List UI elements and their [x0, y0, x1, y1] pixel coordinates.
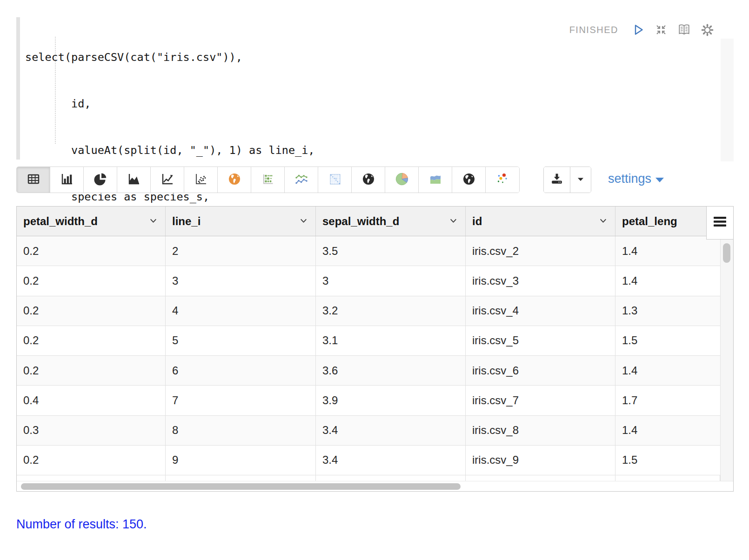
viz-globe-dark-button[interactable]: [352, 167, 385, 193]
viz-bubble-matrix-button[interactable]: [251, 167, 285, 193]
column-header-petal-width-d[interactable]: petal_width_d: [17, 207, 166, 236]
stacked-area-icon: [428, 172, 443, 188]
table-row: 0.233iris.csv_31.4: [17, 266, 733, 296]
chevron-down-icon: [149, 215, 158, 228]
table-cell: 3: [316, 266, 466, 295]
table-cell: 2: [166, 236, 316, 266]
table-cell: 1.4: [615, 356, 720, 385]
column-label: petal_leng: [622, 215, 677, 228]
table-row: 0.253.1iris.csv_51.5: [17, 326, 733, 356]
viz-stacked-area-button[interactable]: [419, 167, 452, 193]
code-line: valueAt(split(id, "_"), 1) as line_i,: [25, 143, 315, 158]
results-count-text: Number of results: 150.: [16, 517, 147, 532]
horizontal-scroll-thumb[interactable]: [21, 483, 461, 490]
table-cell: 0.3: [17, 416, 166, 445]
book-icon[interactable]: [676, 22, 692, 38]
viz-pie-color-button[interactable]: [385, 167, 419, 193]
viz-line-chart-button[interactable]: [151, 167, 184, 193]
globe-dark-icon: [461, 172, 476, 188]
table-cell: iris.csv_8: [466, 416, 615, 445]
table-cell: 3.4: [316, 446, 466, 475]
column-header-id[interactable]: id: [466, 207, 615, 236]
table-cell: 3.9: [316, 386, 466, 415]
table-cell: iris.csv_6: [466, 356, 615, 385]
table-icon: [26, 172, 41, 188]
play-icon[interactable]: [630, 22, 645, 38]
download-options-button[interactable]: [570, 167, 591, 193]
table-cell: 1.4: [615, 416, 720, 445]
table-cell: 1.5: [615, 326, 720, 355]
table-cell: iris.csv_7: [466, 386, 615, 415]
table-cell: 4: [166, 296, 316, 326]
table-cell: 3.5: [316, 236, 466, 266]
table-cell: iris.csv_3: [466, 266, 615, 295]
code-line: select(parseCSV(cat("iris.csv")),: [25, 50, 315, 65]
paragraph-drag-handle[interactable]: [16, 17, 20, 160]
table-horizontal-scrollbar[interactable]: [17, 481, 733, 491]
status-badge: FINISHED: [569, 25, 618, 35]
viz-table-button[interactable]: [17, 167, 50, 193]
scatter-chart-icon: [194, 172, 208, 188]
paragraph-status-bar: FINISHED: [569, 20, 715, 40]
code-line: id,: [25, 96, 315, 112]
collapse-icon[interactable]: [653, 22, 669, 38]
column-header-line-i[interactable]: line_i: [166, 207, 316, 236]
table-cell: 0.2: [17, 236, 166, 266]
download-icon: [549, 172, 564, 188]
viz-globe-orange-button[interactable]: [218, 167, 251, 193]
viz-scatter-chart-button[interactable]: [184, 167, 218, 193]
bubble-matrix-icon: [261, 172, 275, 188]
viz-area-chart-button[interactable]: [117, 167, 151, 193]
table-cell: iris.csv_4: [466, 296, 615, 326]
table-cell: iris.csv_9: [466, 446, 615, 475]
table-cell: 3: [166, 266, 316, 295]
notebook-paragraph: select(parseCSV(cat("iris.csv")), id, va…: [0, 0, 749, 560]
table-vertical-scrollbar[interactable]: [720, 240, 733, 481]
code-editor[interactable]: select(parseCSV(cat("iris.csv")), id, va…: [16, 16, 734, 161]
table-cell: 3.6: [316, 356, 466, 385]
table-row: 0.263.6iris.csv_61.4: [17, 356, 733, 386]
table-cell: 1.3: [615, 296, 720, 326]
column-header-sepal-width-d[interactable]: sepal_width_d: [316, 207, 466, 236]
table-row: 0.223.5iris.csv_21.4: [17, 236, 733, 266]
caret-down-icon: [655, 178, 664, 182]
table-row: 0.383.4iris.csv_81.4: [17, 416, 733, 446]
viz-color-scatter-button[interactable]: [486, 167, 519, 193]
table-cell: iris.csv_5: [466, 326, 615, 355]
multi-line-icon: [294, 172, 309, 188]
column-label: sepal_width_d: [322, 215, 399, 228]
table-cell: 7: [166, 386, 316, 415]
table-row: 0.243.2iris.csv_41.3: [17, 296, 733, 326]
hamburger-icon: [713, 216, 727, 230]
viz-globe-dark-2-button[interactable]: [452, 167, 486, 193]
settings-label: settings: [608, 172, 651, 186]
settings-toggle[interactable]: settings: [608, 172, 664, 186]
gear-icon[interactable]: [700, 22, 715, 38]
viz-heatmap-button[interactable]: [318, 167, 352, 193]
table-cell: 1.5: [615, 446, 720, 475]
download-button-group: [543, 167, 591, 193]
viz-bar-chart-button[interactable]: [50, 167, 84, 193]
table-cell: 0.2: [17, 296, 166, 326]
editor-scrollbar-track[interactable]: [721, 39, 734, 161]
vertical-scroll-thumb[interactable]: [723, 243, 730, 263]
column-header-petal-length[interactable]: petal_leng: [615, 207, 707, 236]
table-row: 0.293.4iris.csv_91.5: [17, 446, 733, 475]
download-button[interactable]: [544, 167, 570, 193]
globe-orange-icon: [227, 172, 242, 188]
table-cell: 6: [166, 356, 316, 385]
viz-button-group: [16, 167, 520, 193]
column-label: line_i: [172, 215, 201, 228]
table-cell: 0.2: [17, 446, 166, 475]
column-label: id: [472, 215, 482, 228]
table-menu-button[interactable]: [706, 207, 733, 240]
table-cell: 3.2: [316, 296, 466, 326]
viz-multi-line-button[interactable]: [285, 167, 318, 193]
chevron-down-icon: [599, 215, 608, 228]
globe-dark-icon: [361, 172, 376, 188]
table-body: 0.223.5iris.csv_21.40.233iris.csv_31.40.…: [17, 236, 733, 475]
viz-pie-chart-button[interactable]: [84, 167, 117, 193]
table-cell: 1.4: [615, 266, 720, 295]
area-chart-icon: [127, 172, 141, 188]
table-cell: 0.2: [17, 266, 166, 295]
